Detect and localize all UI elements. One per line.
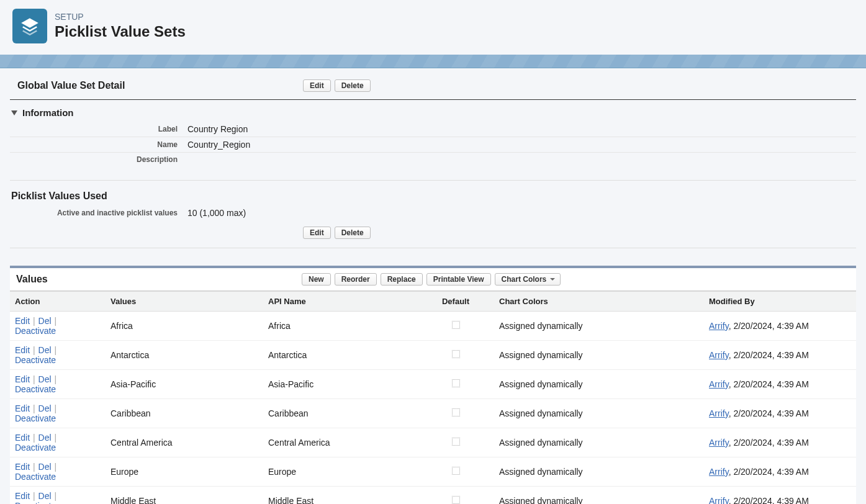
row-del-link[interactable]: Del [38,462,52,472]
setup-layers-icon [12,9,47,43]
row-chart-colors: Assigned dynamically [494,399,704,428]
col-header-modified: Modified By [704,292,856,312]
row-modified-timestamp: , 2/20/2024, 4:39 AM [729,379,809,389]
row-value: Asia-Pacific [106,370,263,399]
table-row: Edit | Del | DeactivateCaribbeanCaribbea… [10,399,856,428]
row-modified-user-link[interactable]: Arrify [709,350,729,360]
row-deactivate-link[interactable]: Deactivate [15,384,56,394]
page-header: SETUP Picklist Value Sets [0,0,866,55]
replace-button[interactable]: Replace [381,273,423,286]
row-edit-link[interactable]: Edit [15,345,30,355]
table-row: Edit | Del | DeactivateMiddle EastMiddle… [10,487,856,505]
values-section-title: Values [16,274,302,285]
default-unchecked-icon [452,321,460,329]
values-table: Action Values API Name Default Chart Col… [10,291,856,504]
row-deactivate-link[interactable]: Deactivate [15,472,56,482]
row-deactivate-link[interactable]: Deactivate [15,501,56,504]
row-chart-colors: Assigned dynamically [494,370,704,399]
row-modified-user-link[interactable]: Arrify [709,467,729,477]
row-edit-link[interactable]: Edit [15,403,30,413]
row-deactivate-link[interactable]: Deactivate [15,443,56,452]
information-table: Label Country Region Name Country_Region… [10,122,856,166]
detail-section-title: Global Value Set Detail [17,80,303,91]
row-chart-colors: Assigned dynamically [494,312,704,341]
row-value: Antarctica [106,341,263,370]
row-api-name: Antarctica [263,341,417,370]
reorder-button[interactable]: Reorder [335,273,377,286]
delete-button-bottom[interactable]: Delete [335,227,371,239]
new-value-button[interactable]: New [302,273,331,286]
row-del-link[interactable]: Del [38,433,52,443]
row-del-link[interactable]: Del [38,374,52,384]
table-row: Edit | Del | DeactivateAntarcticaAntarct… [10,341,856,370]
default-unchecked-icon [452,467,460,475]
picklist-used-title: Picklist Values Used [10,181,856,205]
col-header-default: Default [417,292,494,312]
default-unchecked-icon [452,350,460,358]
description-field-label: Description [10,153,183,167]
row-api-name: Middle East [263,487,417,505]
row-value: Europe [106,457,263,487]
table-row: Edit | Del | DeactivateCentral AmericaCe… [10,428,856,457]
header-decorative-border [0,55,866,68]
picklist-used-table: Active and inactive picklist values 10 (… [10,205,856,220]
row-edit-link[interactable]: Edit [15,462,30,472]
edit-button-top[interactable]: Edit [303,79,331,92]
row-edit-link[interactable]: Edit [15,374,30,384]
default-unchecked-icon [452,379,460,387]
svg-marker-0 [23,19,37,27]
caret-down-icon [11,110,17,115]
row-api-name: Europe [263,457,417,487]
row-deactivate-link[interactable]: Deactivate [15,413,56,423]
row-chart-colors: Assigned dynamically [494,341,704,370]
printable-view-button[interactable]: Printable View [426,273,491,286]
row-modified-user-link[interactable]: Arrify [709,408,729,418]
description-field-value [183,153,856,167]
row-del-link[interactable]: Del [38,491,52,501]
row-del-link[interactable]: Del [38,345,52,355]
row-edit-link[interactable]: Edit [15,433,30,443]
row-value: Central America [106,428,263,457]
row-modified-timestamp: , 2/20/2024, 4:39 AM [729,438,809,448]
delete-button-top[interactable]: Delete [335,79,371,92]
information-collapsible-header[interactable]: Information [10,100,856,122]
default-unchecked-icon [452,438,460,446]
col-header-action: Action [10,292,106,312]
row-modified-timestamp: , 2/20/2024, 4:39 AM [729,321,809,331]
row-modified-user-link[interactable]: Arrify [709,438,729,448]
default-unchecked-icon [452,496,460,504]
row-api-name: Central America [263,428,417,457]
row-value: Middle East [106,487,263,505]
row-edit-link[interactable]: Edit [15,316,30,326]
row-modified-timestamp: , 2/20/2024, 4:39 AM [729,496,809,504]
row-chart-colors: Assigned dynamically [494,457,704,487]
row-deactivate-link[interactable]: Deactivate [15,326,56,336]
page-title: Picklist Value Sets [55,23,186,40]
row-deactivate-link[interactable]: Deactivate [15,355,56,365]
row-modified-user-link[interactable]: Arrify [709,379,729,389]
row-del-link[interactable]: Del [38,403,52,413]
chart-colors-dropdown[interactable]: Chart Colors [495,273,561,286]
row-api-name: Africa [263,312,417,341]
detail-section-header: Global Value Set Detail Edit Delete [10,68,856,100]
picklist-count-value: 10 (1,000 max) [183,205,856,220]
row-chart-colors: Assigned dynamically [494,487,704,505]
row-modified-user-link[interactable]: Arrify [709,321,729,331]
edit-button-bottom[interactable]: Edit [303,227,331,239]
name-field-value: Country_Region [183,137,856,153]
row-modified-timestamp: , 2/20/2024, 4:39 AM [729,408,809,418]
row-edit-link[interactable]: Edit [15,491,30,501]
row-api-name: Asia-Pacific [263,370,417,399]
default-unchecked-icon [452,408,460,416]
values-panel: Values New Reorder Replace Printable Vie… [10,266,856,504]
row-modified-user-link[interactable]: Arrify [709,496,729,504]
col-header-api: API Name [263,292,417,312]
name-field-label: Name [10,137,183,153]
row-del-link[interactable]: Del [38,316,52,326]
row-api-name: Caribbean [263,399,417,428]
label-field-label: Label [10,122,183,137]
col-header-colors: Chart Colors [494,292,704,312]
row-chart-colors: Assigned dynamically [494,428,704,457]
table-row: Edit | Del | DeactivateEuropeEuropeAssig… [10,457,856,487]
row-modified-timestamp: , 2/20/2024, 4:39 AM [729,350,809,360]
